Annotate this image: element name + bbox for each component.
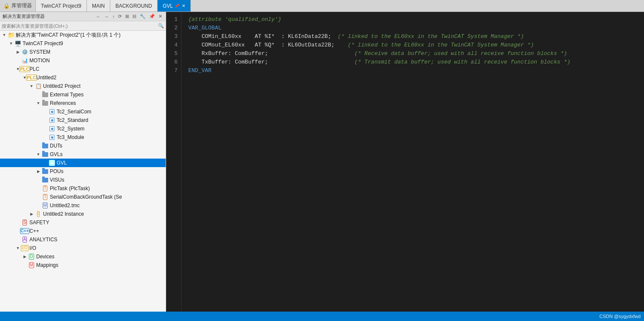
tree-untitled2-tmc[interactable]: M Untitled2.tmc bbox=[0, 201, 166, 210]
duts-expander bbox=[35, 142, 42, 149]
code-line-6: TxBuffer: ComBuffer; (* Transmit data bu… bbox=[188, 58, 644, 67]
system-icon: ⚙️ bbox=[21, 49, 28, 55]
sidebar-header: 解决方案资源管理器 ← → ↑ ⟳ ⊞ ⊟ 🔧 📌 ✕ bbox=[0, 12, 166, 21]
visus-label: VISUs bbox=[50, 177, 64, 183]
tc2-standard-icon bbox=[49, 117, 55, 124]
tree-duts[interactable]: DUTs bbox=[0, 142, 166, 150]
external-types-expander bbox=[35, 91, 42, 98]
pous-expander[interactable] bbox=[35, 168, 42, 175]
close-tab-gvl[interactable]: ✕ bbox=[182, 3, 185, 8]
tree-gvls[interactable]: GVLs bbox=[0, 150, 166, 159]
untitled2-icon: PLC bbox=[28, 74, 35, 81]
mappings-label: Mappings bbox=[36, 262, 58, 268]
collapse-all-btn[interactable]: ⊟ bbox=[132, 14, 137, 19]
io-label: I/O bbox=[29, 245, 36, 251]
tc2-serialcom-expander bbox=[42, 108, 49, 115]
tree-pous[interactable]: POUs bbox=[0, 167, 166, 176]
editor-area: 1 2 3 4 5 6 7 {attribute 'qualified_only… bbox=[166, 12, 644, 312]
close-sidebar-btn[interactable]: ✕ bbox=[158, 14, 163, 19]
line-num-7: 7 bbox=[166, 67, 181, 75]
tree-analytics[interactable]: A ANALYTICS bbox=[0, 235, 166, 244]
pous-icon bbox=[42, 168, 49, 175]
code-line-1: {attribute 'qualified_only'} bbox=[188, 15, 644, 24]
tree-plc[interactable]: PLC PLC bbox=[0, 65, 166, 73]
serialcom-task-icon: T bbox=[42, 194, 49, 200]
tree-untitled2-instance[interactable]: I Untitled2 Instance bbox=[0, 210, 166, 218]
tab-gvl[interactable]: GVL 📌 ✕ bbox=[158, 0, 191, 12]
tree-safety[interactable]: S SAFETY bbox=[0, 218, 166, 227]
lock-icon: 🔒 bbox=[3, 3, 10, 9]
code-line-5: RxBuffer: ComBuffer; (* Receive data buf… bbox=[188, 49, 644, 58]
tree-solution[interactable]: 📁 解决方案"TwinCAT Project2"(1 个项目/共 1 个) bbox=[0, 31, 166, 39]
untitled2-instance-icon: I bbox=[35, 211, 42, 217]
settings-icon[interactable]: 🔧 bbox=[139, 14, 147, 19]
tree-io[interactable]: I/O I/O bbox=[0, 244, 166, 252]
nav-forward-btn[interactable]: → bbox=[104, 14, 110, 19]
tree-tc2-standard[interactable]: Tc2_Standard bbox=[0, 116, 166, 124]
tc2-standard-expander bbox=[42, 117, 49, 124]
tc2-system-icon bbox=[49, 125, 55, 132]
plctask-label: PlcTask (PlcTask) bbox=[50, 185, 90, 191]
devices-icon: D bbox=[28, 253, 35, 260]
solution-expander[interactable] bbox=[1, 32, 8, 38]
tree-references[interactable]: References bbox=[0, 99, 166, 107]
tree-gvl[interactable]: G GVL bbox=[0, 159, 166, 167]
code-area[interactable]: {attribute 'qualified_only'} VAR_GLOBAL … bbox=[181, 12, 644, 312]
io-expander[interactable] bbox=[14, 245, 21, 252]
untitled2-instance-expander[interactable] bbox=[28, 211, 35, 217]
plctask-icon: T bbox=[42, 185, 49, 192]
tab-background[interactable]: BACKGROUND bbox=[110, 0, 158, 12]
tree-plctask[interactable]: T PlcTask (PlcTask) bbox=[0, 184, 166, 193]
tree-system[interactable]: ⚙️ SYSTEM bbox=[0, 48, 166, 56]
sidebar-title: 解决方案资源管理器 bbox=[3, 13, 45, 20]
line-num-5: 5 bbox=[166, 49, 181, 58]
devices-label: Devices bbox=[36, 254, 55, 260]
serialcom-task-label: SerialComBackGroundTask (Se bbox=[50, 194, 122, 200]
tree-tc2-serialcom[interactable]: Tc2_SerialCom bbox=[0, 107, 166, 116]
tree-mappings[interactable]: M Mappings bbox=[0, 261, 166, 269]
expand-all-btn[interactable]: ⊞ bbox=[124, 14, 130, 19]
tc2-standard-label: Tc2_Standard bbox=[57, 117, 88, 123]
tree-untitled2-project[interactable]: 📋 Untitled2 Project bbox=[0, 82, 166, 90]
tree-visus[interactable]: VISUs bbox=[0, 176, 166, 184]
nav-back-btn[interactable]: ← bbox=[95, 14, 102, 19]
sidebar-search-input[interactable] bbox=[2, 23, 156, 29]
tree-cpp[interactable]: C++ C++ bbox=[0, 227, 166, 235]
tc3-module-label: Tc3_Module bbox=[57, 134, 84, 140]
devices-expander[interactable] bbox=[21, 253, 28, 260]
line-numbers: 1 2 3 4 5 6 7 bbox=[166, 12, 181, 312]
tab-main[interactable]: MAIN bbox=[87, 0, 110, 12]
tree-serialcom-task[interactable]: T SerialComBackGroundTask (Se bbox=[0, 193, 166, 201]
tree-tc3-module[interactable]: Tc3_Module bbox=[0, 133, 166, 142]
system-expander[interactable] bbox=[14, 49, 21, 55]
tree-twincat-project9[interactable]: 🖥️ TwinCAT Project9 bbox=[0, 39, 166, 48]
tree-untitled2[interactable]: PLC Untitled2 bbox=[0, 73, 166, 82]
gvls-label: GVLs bbox=[50, 151, 63, 157]
visus-expander bbox=[35, 176, 42, 183]
gvls-expander[interactable] bbox=[35, 151, 42, 158]
external-types-icon bbox=[42, 91, 49, 98]
tree-devices[interactable]: D Devices bbox=[0, 252, 166, 261]
references-expander[interactable] bbox=[35, 100, 42, 107]
tab-twincat-project9[interactable]: TwinCAT Project9 bbox=[36, 0, 87, 12]
project9-expander[interactable] bbox=[8, 40, 14, 47]
sidebar: 解决方案资源管理器 ← → ↑ ⟳ ⊞ ⊟ 🔧 📌 ✕ 🔍 📁 bbox=[0, 12, 166, 312]
code-line-7: END_VAR bbox=[188, 67, 644, 75]
editor-content[interactable]: 1 2 3 4 5 6 7 {attribute 'qualified_only… bbox=[166, 12, 644, 312]
tree-tc2-system[interactable]: Tc2_System bbox=[0, 124, 166, 133]
plc-icon: PLC bbox=[21, 66, 28, 72]
untitled2-project-expander[interactable] bbox=[28, 83, 35, 90]
refresh-btn[interactable]: ⟳ bbox=[117, 14, 123, 19]
plc-label: PLC bbox=[29, 66, 39, 72]
ku-manager-tab[interactable]: 🔒 库管理器 bbox=[0, 0, 36, 12]
pin-sidebar-btn[interactable]: 📌 bbox=[148, 14, 156, 19]
nav-up-btn[interactable]: ↑ bbox=[112, 14, 116, 19]
tree-external-types[interactable]: External Types bbox=[0, 90, 166, 99]
tree-motion[interactable]: 📊 MOTION bbox=[0, 56, 166, 65]
tc2-system-expander bbox=[42, 125, 49, 132]
analytics-expander bbox=[14, 236, 21, 243]
cpp-label: C++ bbox=[29, 228, 39, 234]
solution-icon: 📁 bbox=[8, 32, 14, 38]
mappings-icon: M bbox=[28, 262, 35, 269]
cpp-icon: C++ bbox=[21, 228, 28, 234]
